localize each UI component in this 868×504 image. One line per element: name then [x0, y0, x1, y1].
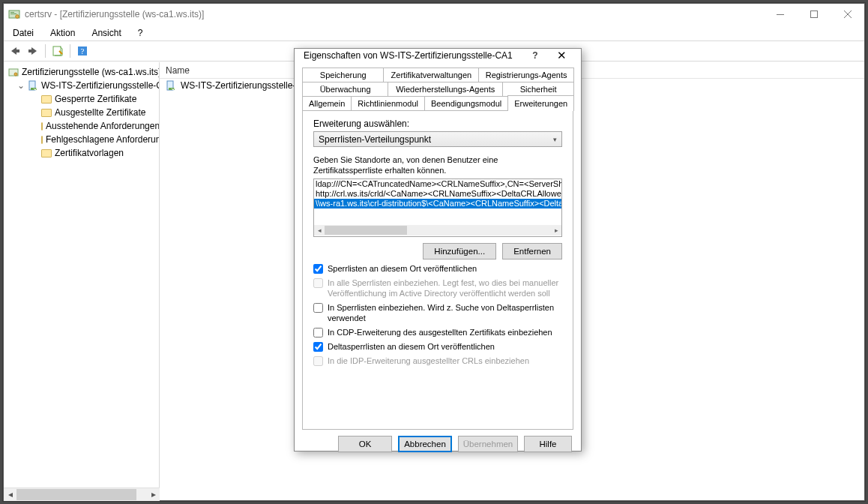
- tree-folder[interactable]: Ausstehende Anforderungen: [5, 119, 157, 133]
- scroll-thumb[interactable]: [325, 226, 407, 235]
- tree-hscrollbar[interactable]: ◂ ▸: [4, 488, 160, 500]
- menu-help[interactable]: ?: [133, 26, 148, 40]
- tree-folder[interactable]: Gesperrte Zertifikate: [5, 92, 157, 106]
- titlebar: certsrv - [Zertifizierungsstelle (ws-ca1…: [4, 4, 864, 26]
- tab-policy-module[interactable]: Richtlinienmodul: [351, 96, 425, 110]
- dialog-close-button[interactable]: ✕: [546, 49, 576, 62]
- tabs-area: Speicherung Zertifikatverwaltungen Regis…: [295, 62, 581, 430]
- tab-recovery-agents[interactable]: Wiederherstellungs-Agents: [388, 82, 503, 96]
- tree-ca-label: WS-ITS-Zertifizierungsstelle-CA1: [41, 80, 160, 91]
- location-item[interactable]: http://crl.ws.its/crld/<CaName><CRLNameS…: [314, 189, 561, 199]
- tab-extensions[interactable]: Erweiterungen: [507, 95, 574, 111]
- add-button[interactable]: Hinzufügen...: [423, 243, 496, 260]
- check-label: In die IDP-Erweiterung ausgestellter CRL…: [328, 356, 529, 366]
- svg-rect-5: [810, 11, 817, 18]
- ca-icon: [166, 80, 176, 91]
- scroll-left-icon[interactable]: ◂: [314, 226, 325, 236]
- check-publish-delta[interactable]: Deltasperrlisten an diesem Ort veröffent…: [313, 341, 562, 352]
- locations-listbox[interactable]: ldap:///CN=<CATruncatedName><CRLNameSuff…: [313, 178, 562, 237]
- check-label: In CDP-Erweiterung des ausgestellten Zer…: [328, 327, 552, 338]
- tree-folder[interactable]: Ausgestellte Zertifikate: [5, 106, 157, 119]
- scroll-track[interactable]: [16, 488, 147, 501]
- checkbox[interactable]: [313, 264, 323, 274]
- tab-security[interactable]: Sicherheit: [502, 82, 574, 96]
- folder-icon: [41, 136, 43, 144]
- scroll-right-icon[interactable]: ▸: [147, 488, 160, 501]
- dialog-title: Eigenschaften von WS-ITS-Zertifizierungs…: [304, 50, 524, 61]
- help-button[interactable]: Hilfe: [524, 436, 572, 452]
- svg-text:?: ?: [81, 46, 85, 56]
- svg-rect-4: [777, 14, 784, 15]
- checkbox[interactable]: [313, 342, 323, 352]
- svg-rect-9: [28, 50, 32, 52]
- maximize-button[interactable]: [797, 4, 831, 26]
- svg-rect-2: [10, 14, 16, 14]
- checkbox: [313, 278, 323, 288]
- menu-file[interactable]: Datei: [8, 26, 38, 40]
- tree-folder-label: Fehlgeschlagene Anforderungen: [46, 134, 160, 145]
- location-item-selected[interactable]: \\ws-ra1.ws.its\crl-distribution$\<CaNam…: [314, 199, 561, 208]
- cancel-button[interactable]: Abbrechen: [398, 436, 452, 452]
- ok-button[interactable]: OK: [338, 436, 392, 452]
- window-controls: [763, 4, 864, 26]
- tab-auditing[interactable]: Überwachung: [302, 82, 388, 96]
- extension-select-label: Erweiterung auswählen:: [313, 118, 562, 129]
- check-label: In alle Sperrlisten einbeziehen. Legt fe…: [328, 278, 562, 298]
- menu-view[interactable]: Ansicht: [87, 26, 125, 40]
- extension-select-value: Sperrlisten-Verteilungspunkt: [319, 134, 431, 145]
- checkbox[interactable]: [313, 328, 323, 338]
- dialog-button-row: OK Abbrechen Übernehmen Hilfe: [295, 430, 581, 458]
- menu-action[interactable]: Aktion: [46, 26, 79, 40]
- remove-button[interactable]: Entfernen: [502, 243, 562, 260]
- folder-icon: [41, 149, 52, 158]
- help-button[interactable]: ?: [74, 43, 91, 59]
- tree-root[interactable]: Zertifizierungsstelle (ws-ca1.ws.its): [5, 65, 157, 79]
- extension-select[interactable]: Sperrlisten-Verteilungspunkt ▾: [313, 131, 562, 147]
- svg-point-14: [14, 73, 17, 76]
- tree-root-label: Zertifizierungsstelle (ws-ca1.ws.its): [22, 67, 160, 77]
- location-item[interactable]: ldap:///CN=<CATruncatedName><CRLNameSuff…: [314, 179, 561, 189]
- tree-ca[interactable]: ⌄ WS-ITS-Zertifizierungsstelle-CA1: [5, 79, 157, 92]
- checkbox: [313, 356, 323, 366]
- scroll-right-icon[interactable]: ▸: [551, 226, 561, 236]
- check-publish-crls[interactable]: Sperrlisten an diesem Ort veröffentliche…: [313, 263, 562, 274]
- dialog-titlebar: Eigenschaften von WS-ITS-Zertifizierungs…: [295, 49, 581, 62]
- ca-root-icon: [8, 67, 19, 77]
- scroll-thumb[interactable]: [16, 489, 136, 500]
- forward-button[interactable]: [25, 43, 41, 59]
- tree-folder-label: Ausgestellte Zertifikate: [55, 107, 145, 118]
- close-button[interactable]: [831, 4, 864, 26]
- properties-dialog: Eigenschaften von WS-ITS-Zertifizierungs…: [294, 48, 582, 452]
- menubar: Datei Aktion Ansicht ?: [4, 26, 864, 40]
- locations-hint: Geben Sie Standorte an, von denen Benutz…: [313, 154, 562, 176]
- tree-expander-icon[interactable]: ⌄: [17, 80, 25, 91]
- tree-folder[interactable]: Zertifikatvorlagen: [5, 146, 157, 160]
- dialog-help-button[interactable]: ?: [524, 50, 546, 61]
- app-icon: [8, 8, 20, 20]
- chevron-down-icon: ▾: [553, 136, 557, 143]
- tree-folder[interactable]: Fehlgeschlagene Anforderungen: [5, 133, 157, 146]
- tab-general[interactable]: Allgemein: [302, 96, 352, 110]
- window-title: certsrv - [Zertifizierungsstelle (ws-ca1…: [25, 9, 763, 20]
- toolbar-separator: [70, 44, 70, 58]
- tab-enroll-agents[interactable]: Registrierungs-Agents: [478, 68, 574, 82]
- scroll-track[interactable]: [325, 225, 551, 236]
- tab-exit-module[interactable]: Beendigungsmodul: [424, 96, 508, 110]
- tab-storage[interactable]: Speicherung: [302, 68, 384, 82]
- tree-folder-label: Gesperrte Zertifikate: [55, 94, 136, 104]
- tab-cert-mgmt[interactable]: Zertifikatverwaltungen: [383, 68, 479, 82]
- listbox-hscrollbar[interactable]: ◂ ▸: [314, 225, 561, 236]
- apply-button[interactable]: Übernehmen: [458, 436, 518, 452]
- svg-point-3: [16, 15, 19, 19]
- properties-button[interactable]: [49, 43, 66, 59]
- back-button[interactable]: [7, 43, 23, 59]
- check-include-in-cdp[interactable]: In CDP-Erweiterung des ausgestellten Zer…: [313, 327, 562, 338]
- check-label: In Sperrlisten einbeziehen. Wird z. Such…: [328, 302, 562, 323]
- check-include-in-idp: In die IDP-Erweiterung ausgestellter CRL…: [313, 356, 562, 366]
- checkbox[interactable]: [313, 303, 323, 313]
- minimize-button[interactable]: [763, 4, 797, 26]
- scroll-left-icon[interactable]: ◂: [4, 488, 16, 501]
- check-include-in-crls[interactable]: In Sperrlisten einbeziehen. Wird z. Such…: [313, 302, 562, 323]
- tree-folder-label: Ausstehende Anforderungen: [46, 121, 160, 131]
- tree-pane: Zertifizierungsstelle (ws-ca1.ws.its) ⌄ …: [4, 62, 160, 500]
